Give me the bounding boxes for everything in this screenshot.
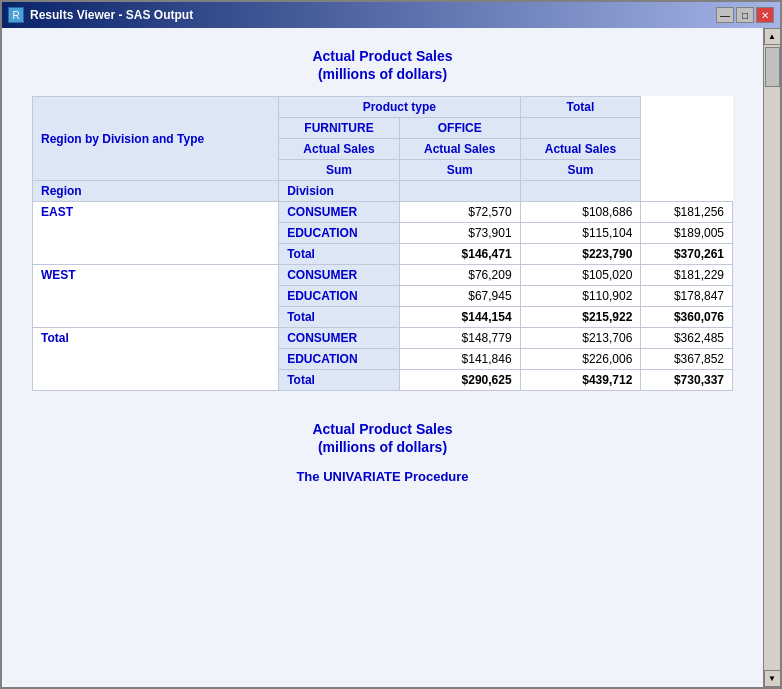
furniture-cell: $144,154 (399, 307, 520, 328)
region-col-header: Region (33, 181, 279, 202)
report-section-1: Actual Product Sales (millions of dollar… (32, 48, 733, 391)
furniture-cell: $141,846 (399, 349, 520, 370)
close-button[interactable]: ✕ (756, 7, 774, 23)
total-cell: $370,261 (641, 244, 733, 265)
division-cell: CONSUMER (279, 202, 400, 223)
total-cell: $181,256 (641, 202, 733, 223)
total-cell: $360,076 (641, 307, 733, 328)
content-area: Actual Product Sales (millions of dollar… (2, 28, 780, 687)
furniture-cell: $76,209 (399, 265, 520, 286)
furniture-sales-header: Actual Sales (279, 139, 400, 160)
division-cell: EDUCATION (279, 349, 400, 370)
window-title: Results Viewer - SAS Output (30, 8, 193, 22)
procedure-text: The UNIVARIATE Procedure (32, 469, 733, 484)
division-cell: CONSUMER (279, 265, 400, 286)
furniture-cell: $146,471 (399, 244, 520, 265)
office-sales-header: Actual Sales (399, 139, 520, 160)
office-cell: $108,686 (520, 202, 641, 223)
bottom-title-line1: Actual Product Sales (32, 421, 733, 437)
scroll-down-button[interactable]: ▼ (764, 670, 781, 687)
total-cell: $730,337 (641, 370, 733, 391)
scrollbar-thumb[interactable] (765, 47, 780, 87)
office-cell: $226,006 (520, 349, 641, 370)
division-col-header: Division (279, 181, 400, 202)
table-row: WESTCONSUMER$76,209$105,020$181,229 (33, 265, 733, 286)
region-cell: EAST (33, 202, 279, 265)
office-cell: $105,020 (520, 265, 641, 286)
main-content: Actual Product Sales (millions of dollar… (2, 28, 763, 687)
division-cell: EDUCATION (279, 223, 400, 244)
furniture-cell: $148,779 (399, 328, 520, 349)
product-type-header: Product type (279, 97, 520, 118)
office-cell: $110,902 (520, 286, 641, 307)
report-title-line1: Actual Product Sales (32, 48, 733, 64)
table-row: EASTCONSUMER$72,570$108,686$181,256 (33, 202, 733, 223)
division-cell: Total (279, 307, 400, 328)
total-sales-header: Actual Sales (520, 139, 641, 160)
scrollbar[interactable]: ▲ ▼ (763, 28, 780, 687)
office-cell: $115,104 (520, 223, 641, 244)
maximize-button[interactable]: □ (736, 7, 754, 23)
total-sum-header: Sum (520, 160, 641, 181)
total-cell: $181,229 (641, 265, 733, 286)
furniture-cell: $73,901 (399, 223, 520, 244)
region-cell: Total (33, 328, 279, 391)
furniture-cell: $67,945 (399, 286, 520, 307)
main-window: R Results Viewer - SAS Output — □ ✕ Actu… (0, 0, 782, 689)
title-bar-left: R Results Viewer - SAS Output (8, 7, 193, 23)
total-col-header (520, 118, 641, 139)
window-icon: R (8, 7, 24, 23)
division-cell: EDUCATION (279, 286, 400, 307)
scrollbar-track[interactable] (764, 45, 780, 670)
total-cell: $367,852 (641, 349, 733, 370)
total-cell: $362,485 (641, 328, 733, 349)
office-cell: $213,706 (520, 328, 641, 349)
title-controls: — □ ✕ (716, 7, 774, 23)
furniture-cell: $290,625 (399, 370, 520, 391)
furniture-header: FURNITURE (279, 118, 400, 139)
office-cell: $223,790 (520, 244, 641, 265)
division-cell: Total (279, 244, 400, 265)
division-cell: CONSUMER (279, 328, 400, 349)
bottom-title-line2: (millions of dollars) (32, 439, 733, 455)
total-cell: $178,847 (641, 286, 733, 307)
bottom-section: Actual Product Sales (millions of dollar… (32, 421, 733, 484)
region-cell: WEST (33, 265, 279, 328)
furniture-cell: $72,570 (399, 202, 520, 223)
office-sum-header: Sum (399, 160, 520, 181)
office-cell: $439,712 (520, 370, 641, 391)
division-cell: Total (279, 370, 400, 391)
total-cell: $189,005 (641, 223, 733, 244)
office-header: OFFICE (399, 118, 520, 139)
furniture-sum-header: Sum (279, 160, 400, 181)
report-title-line2: (millions of dollars) (32, 66, 733, 82)
scroll-up-button[interactable]: ▲ (764, 28, 781, 45)
title-bar: R Results Viewer - SAS Output — □ ✕ (2, 2, 780, 28)
total-header: Total (520, 97, 641, 118)
table-row: TotalCONSUMER$148,779$213,706$362,485 (33, 328, 733, 349)
sales-table: Region by Division and Type Product type… (32, 96, 733, 391)
office-cell: $215,922 (520, 307, 641, 328)
region-division-header-row: Region Division (33, 181, 733, 202)
minimize-button[interactable]: — (716, 7, 734, 23)
table-row-header: Region by Division and Type (33, 97, 279, 181)
